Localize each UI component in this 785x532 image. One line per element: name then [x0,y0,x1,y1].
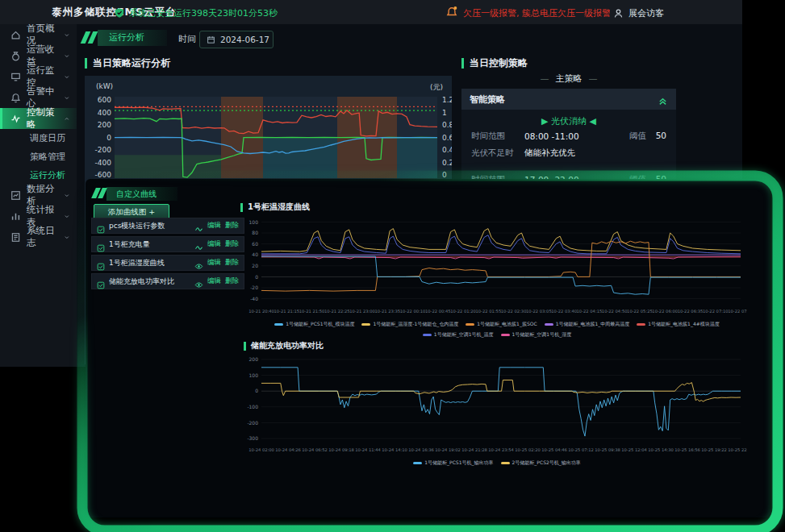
curve-list-row[interactable]: 储能充放电功率对比编辑删除 [91,273,244,289]
sidebar-item[interactable]: 运行监控 [0,66,77,87]
strategy-row-label: 光伏不足时 [471,148,524,159]
chevron-down-icon [64,73,70,81]
curve-icon[interactable] [194,222,203,231]
user-name[interactable]: 展会访客 [628,7,664,19]
right-section-header: 当日控制策略 [461,56,528,70]
check-square-icon[interactable] [97,240,105,248]
svg-text:10-22 07:10: 10-22 07:10 [703,309,729,314]
legend-item[interactable]: 1号储能柜_PCS1号机_输出功率 [413,459,493,467]
eye-icon[interactable] [194,277,203,286]
svg-text:10-21 21:15: 10-21 21:15 [273,309,299,314]
legend-label: 1号储能柜_电池簇1_中间最高温度 [556,321,630,328]
shield-icon [114,6,125,18]
tab-custom-curve[interactable]: 自定义曲线 [106,187,177,201]
uptime-text: 系统已安全运行398天23时01分53秒 [129,7,278,19]
svg-text:0.2: 0.2 [442,159,452,167]
sidebar-subitem[interactable]: 策略管理 [0,148,77,166]
delete-link[interactable]: 删除 [225,221,239,231]
legend-item[interactable]: 1号储能柜_空调1号机_湿度 [501,331,572,339]
strategy-group-title: —主策略— [461,73,676,85]
sidebar-item[interactable]: 数据分析 [0,185,77,206]
chevron-down-icon [64,234,70,241]
sidebar-item[interactable]: 统计报表 [0,206,77,227]
svg-text:10-25 04:46: 10-25 04:46 [541,447,567,452]
alert-bell-icon[interactable] [445,6,458,19]
user-icon[interactable] [613,6,624,17]
sidebar-subitem[interactable]: 运行分析 [0,166,77,185]
strategy-row: 光伏不足时储能补充优先 [461,144,676,161]
delete-link[interactable]: 删除 [225,239,239,249]
alert-marquee[interactable]: 欠压一级报警, 簇总电压欠压一级报警, 簇SO [463,7,610,19]
legend-marker [274,323,283,326]
legend-item[interactable]: 1号储能柜_电池簇1_4#模块温度 [637,321,719,328]
edit-link[interactable]: 编辑 [207,276,221,286]
sidebar-item[interactable]: 首页概况 [0,24,77,45]
y-axis-unit: (kW) [96,82,113,90]
svg-text:10-25 07:12: 10-25 07:12 [568,447,594,452]
svg-text:10-22 04:50: 10-22 04:50 [602,309,628,314]
curve-icon[interactable] [194,240,203,249]
calendar-icon [207,35,215,44]
edit-link[interactable]: 编辑 [207,221,221,231]
temp-humidity-legend: 1号储能柜_PCS1号机_模块温度1号储能柜_温湿度-1号储能仓_仓内温度1号储… [247,321,747,339]
sidebar-item[interactable]: 运营收益 [0,45,77,66]
sidebar-menu: 首页概况运营收益运行监控告警中心控制策略调度日历策略管理运行分析数据分析统计报表… [0,24,77,367]
power-compare-chart[interactable]: 2001000-100-200-30010-24 02:0010-24 04:2… [247,353,747,461]
edit-link[interactable]: 编辑 [207,239,221,249]
legend-item[interactable]: 1号储能柜_空调1号机_温度 [423,331,494,339]
check-square-icon[interactable] [97,259,105,267]
svg-text:-20: -20 [250,285,258,290]
svg-text:10-25 16:56: 10-25 16:56 [674,447,700,452]
curve-list-row[interactable]: 1号柜充电量编辑删除 [91,236,244,252]
strategy-mode: ▶ 光伏消纳 ◀ [461,115,676,127]
sidebar-item[interactable]: 系统日志 [0,227,77,247]
legend-item[interactable]: 1号储能柜_PCS1号机_模块温度 [274,321,354,328]
svg-text:-300: -300 [247,435,258,441]
legend-item[interactable]: 1号储能柜_温湿度-1号储能仓_仓内温度 [361,321,458,328]
svg-text:20: 20 [252,263,258,268]
check-square-icon[interactable] [97,222,105,230]
svg-text:10-24 02:00: 10-24 02:00 [248,447,274,452]
edit-link[interactable]: 编辑 [207,258,221,268]
delete-link[interactable]: 删除 [225,276,239,286]
double-chevron-up-icon[interactable] [658,94,668,105]
svg-text:10-22 00:10: 10-22 00:10 [400,309,426,314]
delete-link[interactable]: 删除 [225,258,239,268]
sidebar-item-label: 控制策略 [27,106,58,131]
chevron-down-icon [64,213,70,220]
sidebar-item[interactable]: 告警中心 [0,87,77,108]
curve-list-row[interactable]: 1号柜温湿度曲线编辑删除 [91,255,244,271]
svg-text:1.2: 1.2 [442,96,452,104]
svg-text:10-22 02:30: 10-22 02:30 [501,309,527,314]
sidebar-item[interactable]: 控制策略 [0,108,77,129]
curve-list-row[interactable]: pcs模块运行参数编辑删除 [91,218,244,234]
svg-text:0: 0 [442,171,447,179]
legend-item[interactable]: 1号储能柜_电池簇1_簇SOC [466,321,537,328]
temp-humidity-chart-title: 1号柜温湿度曲线 [248,202,310,213]
svg-text:10-22 06:35: 10-22 06:35 [678,309,704,314]
legend-item[interactable]: 2号储能柜_PCS2号机_输出功率 [501,459,581,467]
threshold-group: 阈值50 [629,131,666,142]
smart-strategy-header[interactable]: 智能策略 [461,89,676,110]
tab-run-analysis[interactable]: 运行分析 [98,30,167,46]
accent-bar [461,58,464,69]
sidebar-subitem[interactable]: 调度日历 [0,129,77,148]
curve-name: 储能充放电功率对比 [109,276,190,287]
svg-text:600: 600 [98,96,111,104]
eye-icon[interactable] [194,259,203,268]
temp-humidity-chart-header: 1号柜温湿度曲线 [240,202,310,213]
date-picker[interactable]: 2024-06-17 [199,31,273,48]
chart-canvas: 2001000-100-200-30010-24 02:0010-24 04:2… [247,353,747,458]
legend-marker [501,462,510,464]
curve-name: 1号柜充电量 [109,239,190,250]
legend-item[interactable]: 1号储能柜_电池簇1_中间最高温度 [545,321,630,328]
strategy-run-chart[interactable]: 6004002000-200-400-6001.210.80.60.40.20 [85,76,452,193]
svg-text:10-25 02:20: 10-25 02:20 [515,447,541,452]
temp-humidity-chart[interactable]: 100806040200-20-4010-21 20:4010-21 21:15… [247,214,747,322]
threshold-label: 阈值 [629,131,646,142]
svg-text:10-25 22:00: 10-25 22:00 [728,447,747,452]
chevron-down-icon [64,94,70,102]
svg-text:10-24 23:54: 10-24 23:54 [488,447,514,452]
svg-text:-600: -600 [95,171,112,179]
check-square-icon[interactable] [97,277,105,285]
